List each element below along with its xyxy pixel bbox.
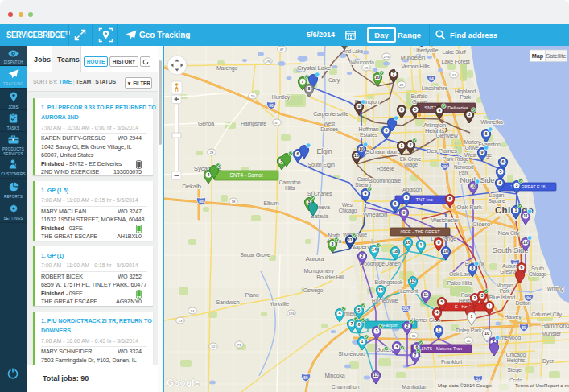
svg-text:47: 47: [275, 121, 279, 125]
svg-text:2: 2: [361, 254, 364, 258]
svg-text:Dolton: Dolton: [515, 300, 530, 306]
svg-text:Steger: Steger: [507, 367, 523, 373]
svg-text:Aurora: Aurora: [306, 255, 325, 262]
svg-text:Whiting: Whiting: [547, 286, 564, 292]
svg-text:9: 9: [403, 210, 406, 215]
svg-text:71: 71: [237, 343, 241, 347]
svg-text:18: 18: [393, 249, 398, 254]
svg-text:Sandwich: Sandwich: [216, 299, 240, 305]
svg-text:4: 4: [396, 344, 398, 349]
svg-text:4: 4: [406, 195, 408, 200]
svg-text:6: 6: [386, 128, 388, 133]
svg-text:10: 10: [354, 153, 359, 158]
svg-text:Marengo: Marengo: [216, 65, 238, 72]
svg-text:Estates: Estates: [360, 132, 378, 138]
svg-text:6: 6: [297, 151, 299, 156]
svg-text:12: 12: [410, 279, 415, 283]
svg-text:Huntley: Huntley: [272, 94, 291, 101]
svg-text:10: 10: [471, 184, 476, 188]
svg-text:355: 355: [402, 307, 409, 312]
svg-text:10: 10: [484, 331, 489, 336]
svg-text:55: 55: [303, 376, 308, 380]
svg-text:12: 12: [523, 240, 528, 245]
svg-text:8: 8: [308, 86, 311, 91]
svg-text:West: West: [324, 121, 335, 126]
svg-text:Lincolnshire: Lincolnshire: [422, 85, 448, 91]
svg-text:SNT5 - Mokena Tran: SNT5 - Mokena Tran: [421, 346, 462, 351]
svg-text:8: 8: [472, 266, 474, 270]
svg-text:9: 9: [358, 104, 361, 109]
svg-text:10: 10: [443, 249, 448, 254]
svg-text:94: 94: [429, 77, 434, 81]
svg-text:4: 4: [436, 310, 439, 315]
svg-text:52: 52: [212, 345, 216, 349]
svg-text:294: 294: [442, 165, 448, 169]
svg-text:59: 59: [365, 66, 369, 70]
svg-text:Tinley Park: Tinley Park: [456, 328, 482, 334]
svg-text:Park: Park: [460, 94, 471, 100]
svg-text:Hills: Hills: [285, 185, 295, 191]
svg-text:1: 1: [489, 303, 491, 308]
svg-text:Shorewood: Shorewood: [338, 351, 365, 357]
svg-text:6: 6: [521, 265, 523, 270]
svg-text:1: 1: [401, 143, 403, 148]
svg-text:New City: New City: [498, 230, 520, 237]
svg-text:Calumet City: Calumet City: [531, 312, 562, 318]
svg-text:30: 30: [412, 334, 416, 338]
svg-text:Hampshire: Hampshire: [241, 121, 266, 127]
svg-text:South Elgin: South Elgin: [307, 162, 335, 168]
svg-text:7: 7: [414, 353, 417, 357]
svg-text:Carol: Carol: [357, 176, 369, 182]
svg-text:Park: Park: [459, 170, 470, 175]
svg-text:Lake Bluff: Lake Bluff: [442, 49, 465, 55]
svg-text:Lake Forest: Lake Forest: [442, 59, 470, 64]
svg-text:Map: Map: [532, 52, 544, 60]
svg-text:Morton: Morton: [464, 139, 480, 145]
svg-text:3: 3: [481, 293, 484, 298]
svg-text:38: 38: [232, 200, 236, 204]
svg-text:Oak Park: Oak Park: [456, 204, 483, 211]
svg-text:5: 5: [441, 299, 443, 304]
svg-text:Schaumburg: Schaumburg: [365, 148, 400, 155]
svg-text:10: 10: [375, 75, 380, 80]
svg-text:Square: Square: [488, 198, 505, 204]
svg-text:6: 6: [401, 107, 403, 112]
svg-text:SNT2 - EZ Deliveries: SNT2 - EZ Deliveries: [424, 105, 468, 110]
svg-text:Roselle: Roselle: [377, 166, 394, 171]
svg-text:6: 6: [502, 159, 505, 164]
svg-text:West: West: [342, 202, 353, 208]
svg-text:4: 4: [339, 311, 341, 316]
svg-text:Oswego: Oswego: [303, 287, 324, 294]
svg-text:Manhattan: Manhattan: [402, 384, 427, 390]
svg-text:1: 1: [438, 328, 440, 332]
svg-text:Bolingbrook: Bolingbrook: [375, 279, 403, 286]
svg-text:9: 9: [438, 240, 440, 245]
svg-text:Boulder Hill: Boulder Hill: [316, 274, 344, 280]
svg-text:Auburn: Auburn: [502, 263, 518, 269]
svg-text:3: 3: [332, 241, 334, 246]
svg-text:176: 176: [383, 55, 390, 59]
svg-text:Map data ©2014 Google: Map data ©2014 Google: [438, 382, 493, 388]
svg-text:Lemont: Lemont: [400, 288, 418, 294]
svg-text:Blue Island: Blue Island: [489, 295, 516, 300]
svg-text:Park: Park: [500, 288, 511, 294]
svg-text:nd Lake: nd Lake: [345, 48, 363, 54]
svg-text:80: 80: [522, 326, 526, 330]
svg-text:Norwood: Norwood: [454, 164, 474, 170]
svg-text:Minooka: Minooka: [324, 373, 344, 378]
svg-text:9: 9: [481, 150, 484, 155]
svg-text:Vernon Hills: Vernon Hills: [402, 64, 431, 69]
svg-text:22: 22: [400, 83, 404, 87]
svg-text:Channahon: Channahon: [332, 384, 360, 390]
svg-text:Darien: Darien: [385, 261, 401, 266]
svg-text:Elburn: Elburn: [263, 200, 278, 206]
svg-text:Chicago: Chicago: [339, 208, 357, 214]
svg-text:2: 2: [406, 324, 409, 328]
svg-text:1: 1: [361, 339, 364, 344]
svg-text:3: 3: [376, 328, 378, 333]
svg-text:8: 8: [449, 196, 451, 201]
svg-text:4: 4: [365, 191, 367, 196]
svg-text:1: 1: [420, 242, 423, 247]
svg-text:Terms of Use: Terms of Use: [515, 382, 545, 388]
svg-text:3: 3: [516, 183, 518, 188]
